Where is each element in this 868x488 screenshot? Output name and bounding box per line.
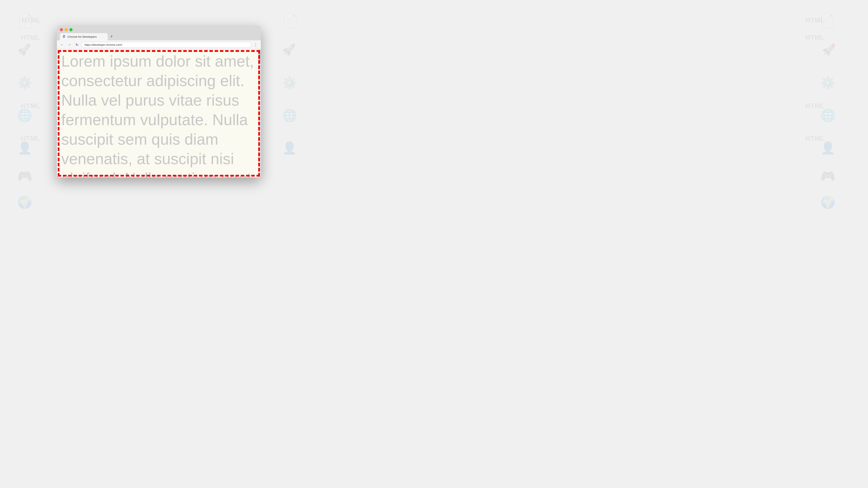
minimize-button[interactable] — [65, 28, 68, 31]
scrollbar-thumb[interactable] — [259, 50, 260, 63]
close-button[interactable] — [60, 28, 63, 31]
title-bar: Chrome for Developers + — [57, 26, 261, 40]
refresh-button[interactable]: ↻ — [74, 42, 80, 48]
browser-window: Chrome for Developers + ← → ↻ https://de… — [57, 26, 261, 177]
browser-menu-button[interactable]: ⋮ — [253, 42, 259, 48]
scroll-snap-border — [58, 50, 260, 176]
address-bar[interactable]: https://developer.chrome.com/ — [81, 42, 251, 48]
chrome-favicon-icon — [62, 35, 66, 39]
scrollbar[interactable] — [258, 49, 261, 177]
browser-tab[interactable]: Chrome for Developers — [60, 33, 107, 40]
forward-button[interactable]: → — [66, 42, 72, 48]
tab-title: Chrome for Developers — [67, 35, 104, 38]
new-tab-button[interactable]: + — [108, 33, 115, 40]
traffic-lights — [60, 28, 258, 31]
nav-bar: ← → ↻ https://developer.chrome.com/ ⋮ — [57, 40, 261, 49]
page-content: Lorem ipsum dolor sit amet, consectetur … — [57, 49, 261, 177]
tabs-row: Chrome for Developers + — [60, 33, 258, 40]
svg-point-2 — [64, 36, 64, 37]
url-text: https://developer.chrome.com/ — [85, 43, 122, 46]
back-button[interactable]: ← — [59, 42, 65, 48]
lorem-ipsum-text: Lorem ipsum dolor sit amet, consectetur … — [61, 52, 256, 177]
maximize-button[interactable] — [69, 28, 72, 31]
